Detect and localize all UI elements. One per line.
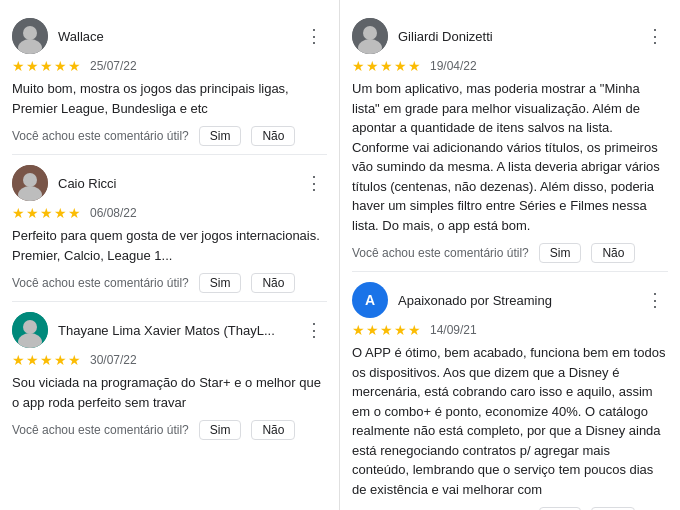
more-icon[interactable]: ⋮ bbox=[301, 317, 327, 343]
svg-point-10 bbox=[363, 26, 377, 40]
reviews-container: Wallace⋮★★★★★25/07/22Muito bom, mostra o… bbox=[0, 0, 680, 510]
star-rating: ★★★★★ bbox=[12, 58, 82, 74]
review-header: AApaixonado por Streaming⋮ bbox=[352, 282, 668, 318]
author-name: Thayane Lima Xavier Matos (ThayL... bbox=[58, 323, 275, 338]
helpful-yes-button[interactable]: Sim bbox=[199, 420, 242, 440]
avatar: A bbox=[352, 282, 388, 318]
author-section: Giliardi Donizetti bbox=[352, 18, 493, 54]
review-text: Sou viciada na programação do Star+ e o … bbox=[12, 373, 327, 412]
right-column: Giliardi Donizetti⋮★★★★★19/04/22Um bom a… bbox=[340, 0, 680, 510]
helpful-yes-button[interactable]: Sim bbox=[539, 243, 582, 263]
helpful-label: Você achou este comentário útil? bbox=[352, 246, 529, 260]
helpful-yes-button[interactable]: Sim bbox=[199, 126, 242, 146]
svg-point-4 bbox=[23, 173, 37, 187]
stars-date-row: ★★★★★19/04/22 bbox=[352, 58, 668, 74]
review-card: Giliardi Donizetti⋮★★★★★19/04/22Um bom a… bbox=[352, 8, 668, 272]
left-column: Wallace⋮★★★★★25/07/22Muito bom, mostra o… bbox=[0, 0, 340, 510]
review-date: 25/07/22 bbox=[90, 59, 137, 73]
review-header: Thayane Lima Xavier Matos (ThayL...⋮ bbox=[12, 312, 327, 348]
review-header: Wallace⋮ bbox=[12, 18, 327, 54]
author-section: Caio Ricci bbox=[12, 165, 117, 201]
review-card: Caio Ricci⋮★★★★★06/08/22Perfeito para qu… bbox=[12, 155, 327, 302]
review-date: 30/07/22 bbox=[90, 353, 137, 367]
helpful-row: Você achou este comentário útil?SimNão bbox=[12, 126, 327, 146]
star-rating: ★★★★★ bbox=[352, 322, 422, 338]
avatar bbox=[12, 18, 48, 54]
stars-date-row: ★★★★★25/07/22 bbox=[12, 58, 327, 74]
helpful-label: Você achou este comentário útil? bbox=[12, 129, 189, 143]
author-section: Thayane Lima Xavier Matos (ThayL... bbox=[12, 312, 275, 348]
helpful-row: Você achou este comentário útil?SimNão bbox=[12, 273, 327, 293]
author-section: AApaixonado por Streaming bbox=[352, 282, 552, 318]
review-text: Um bom aplicativo, mas poderia mostrar a… bbox=[352, 79, 668, 235]
stars-date-row: ★★★★★30/07/22 bbox=[12, 352, 327, 368]
review-date: 19/04/22 bbox=[430, 59, 477, 73]
helpful-yes-button[interactable]: Sim bbox=[199, 273, 242, 293]
author-name: Apaixonado por Streaming bbox=[398, 293, 552, 308]
more-icon[interactable]: ⋮ bbox=[642, 23, 668, 49]
author-name: Caio Ricci bbox=[58, 176, 117, 191]
helpful-no-button[interactable]: Não bbox=[251, 273, 295, 293]
svg-point-7 bbox=[23, 320, 37, 334]
more-icon[interactable]: ⋮ bbox=[642, 287, 668, 313]
more-icon[interactable]: ⋮ bbox=[301, 23, 327, 49]
stars-date-row: ★★★★★14/09/21 bbox=[352, 322, 668, 338]
review-header: Giliardi Donizetti⋮ bbox=[352, 18, 668, 54]
avatar bbox=[352, 18, 388, 54]
helpful-no-button[interactable]: Não bbox=[251, 126, 295, 146]
review-header: Caio Ricci⋮ bbox=[12, 165, 327, 201]
review-card: Wallace⋮★★★★★25/07/22Muito bom, mostra o… bbox=[12, 8, 327, 155]
review-text: O APP é ótimo, bem acabado, funciona bem… bbox=[352, 343, 668, 499]
author-section: Wallace bbox=[12, 18, 104, 54]
star-rating: ★★★★★ bbox=[12, 205, 82, 221]
author-name: Giliardi Donizetti bbox=[398, 29, 493, 44]
helpful-no-button[interactable]: Não bbox=[251, 420, 295, 440]
helpful-row: Você achou este comentário útil?SimNão bbox=[352, 243, 668, 263]
star-rating: ★★★★★ bbox=[352, 58, 422, 74]
review-text: Muito bom, mostra os jogos das principai… bbox=[12, 79, 327, 118]
helpful-label: Você achou este comentário útil? bbox=[12, 423, 189, 437]
review-text: Perfeito para quem gosta de ver jogos in… bbox=[12, 226, 327, 265]
review-card: AApaixonado por Streaming⋮★★★★★14/09/21O… bbox=[352, 272, 668, 510]
review-date: 06/08/22 bbox=[90, 206, 137, 220]
helpful-label: Você achou este comentário útil? bbox=[12, 276, 189, 290]
helpful-no-button[interactable]: Não bbox=[591, 243, 635, 263]
avatar bbox=[12, 165, 48, 201]
review-card: Thayane Lima Xavier Matos (ThayL...⋮★★★★… bbox=[12, 302, 327, 448]
stars-date-row: ★★★★★06/08/22 bbox=[12, 205, 327, 221]
author-name: Wallace bbox=[58, 29, 104, 44]
helpful-row: Você achou este comentário útil?SimNão bbox=[12, 420, 327, 440]
svg-point-1 bbox=[23, 26, 37, 40]
review-date: 14/09/21 bbox=[430, 323, 477, 337]
more-icon[interactable]: ⋮ bbox=[301, 170, 327, 196]
avatar bbox=[12, 312, 48, 348]
star-rating: ★★★★★ bbox=[12, 352, 82, 368]
